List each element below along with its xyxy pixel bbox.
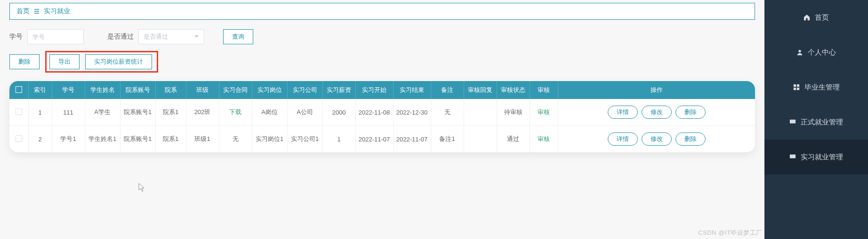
svg-rect-3 xyxy=(793,88,796,90)
cell-audit: 审核 xyxy=(530,126,558,153)
passed-select-placeholder: 是否通过 xyxy=(144,33,168,41)
sidebar-item-1[interactable]: 个人中心 xyxy=(764,35,868,70)
col-index: 索引 xyxy=(28,81,52,99)
svg-rect-4 xyxy=(796,88,799,90)
sidebar-item-label: 毕业生管理 xyxy=(804,83,840,92)
edit-button[interactable]: 修改 xyxy=(642,106,672,119)
watermark: CSDN @IT毕设梦工厂 xyxy=(698,229,763,237)
monitor-icon xyxy=(789,154,796,160)
col-contract: 实习合同 xyxy=(219,81,252,99)
chevron-down-icon xyxy=(194,33,199,41)
home-icon xyxy=(804,14,810,21)
col-op: 操作 xyxy=(558,81,755,99)
cell-salary: 1 xyxy=(322,126,355,153)
cell-salary: 2000 xyxy=(322,99,355,126)
svg-rect-6 xyxy=(790,155,796,158)
col-dept: 院系 xyxy=(155,81,186,99)
row-delete-button[interactable]: 删除 xyxy=(675,132,706,146)
cell-contract: 下载 xyxy=(219,99,252,126)
svg-point-0 xyxy=(798,50,801,52)
cell-remark: 无 xyxy=(431,99,464,126)
cell-post: A岗位 xyxy=(252,99,287,126)
select-all-checkbox[interactable] xyxy=(16,86,22,93)
cell-sname: 学生姓名1 xyxy=(85,126,120,153)
col-dept-acc: 院系账号 xyxy=(120,81,155,99)
passed-select[interactable]: 是否通过 xyxy=(138,29,204,44)
data-table: 索引 学号 学生姓名 院系账号 院系 班级 实习合同 实习岗位 实习公司 实习薪… xyxy=(9,81,755,152)
breadcrumb: 首页 实习就业 xyxy=(9,3,755,20)
user-icon xyxy=(796,49,803,56)
cell-sid: 111 xyxy=(52,99,85,126)
cell-status: 通过 xyxy=(497,126,530,153)
row-checkbox[interactable] xyxy=(16,108,22,115)
cell-class: 班级1 xyxy=(186,126,219,153)
sidebar-item-label: 实习就业管理 xyxy=(801,153,843,162)
svg-rect-1 xyxy=(793,84,796,87)
col-sname: 学生姓名 xyxy=(85,81,120,99)
col-post: 实习岗位 xyxy=(252,81,287,99)
col-reply: 审核回复 xyxy=(464,81,497,99)
sidebar-item-4[interactable]: 实习就业管理 xyxy=(764,140,868,174)
cell-op: 详情修改删除 xyxy=(558,126,755,153)
bulk-delete-button[interactable]: 删除 xyxy=(9,54,40,69)
table-row: 2学号1学生姓名1院系账号1院系1班级1无实习岗位1实习公司112022-11-… xyxy=(9,126,755,153)
cell-sid: 学号1 xyxy=(52,126,85,153)
row-checkbox[interactable] xyxy=(16,135,22,142)
cell-end: 2022-11-07 xyxy=(393,126,431,153)
sidebar-item-3[interactable]: 正式就业管理 xyxy=(764,105,868,140)
grid-icon xyxy=(793,84,800,91)
audit-link[interactable]: 审核 xyxy=(538,108,550,115)
sidebar-item-label: 正式就业管理 xyxy=(801,118,843,127)
audit-link[interactable]: 审核 xyxy=(538,135,550,142)
sidebar-item-label: 首页 xyxy=(815,13,829,22)
cell-status: 待审核 xyxy=(497,99,530,126)
search-button[interactable]: 查询 xyxy=(223,29,253,44)
breadcrumb-current: 实习就业 xyxy=(44,7,70,16)
sidebar-item-2[interactable]: 毕业生管理 xyxy=(764,70,868,105)
detail-button[interactable]: 详情 xyxy=(608,132,638,146)
cell-end: 2022-12-30 xyxy=(393,99,431,126)
cell-company: A公司 xyxy=(287,99,322,126)
cell-contract: 无 xyxy=(219,126,252,153)
row-delete-button[interactable]: 删除 xyxy=(675,106,706,119)
download-link[interactable]: 下载 xyxy=(229,108,241,115)
col-audit: 审核 xyxy=(530,81,558,99)
cell-sname: A学生 xyxy=(85,99,120,126)
svg-rect-5 xyxy=(790,120,796,124)
student-id-input[interactable] xyxy=(27,29,84,44)
edit-button[interactable]: 修改 xyxy=(642,132,672,146)
col-salary: 实习薪资 xyxy=(322,81,355,99)
col-sid: 学号 xyxy=(52,81,85,99)
sidebar: 首页个人中心毕业生管理正式就业管理实习就业管理 xyxy=(764,0,868,239)
cell-index: 2 xyxy=(28,126,52,153)
passed-label: 是否通过 xyxy=(107,33,134,41)
table-row: 1111A学生院系账号1院系1202班下载A岗位A公司20002022-11-0… xyxy=(9,99,755,126)
col-company: 实习公司 xyxy=(287,81,322,99)
cell-audit: 审核 xyxy=(530,99,558,126)
breadcrumb-sep-icon xyxy=(33,8,40,14)
col-class: 班级 xyxy=(186,81,219,99)
cell-remark: 备注1 xyxy=(431,126,464,153)
cell-company: 实习公司1 xyxy=(287,126,322,153)
sidebar-item-label: 个人中心 xyxy=(808,48,836,57)
svg-rect-2 xyxy=(796,84,799,87)
cell-reply xyxy=(464,99,497,126)
col-status: 审核状态 xyxy=(497,81,530,99)
breadcrumb-home[interactable]: 首页 xyxy=(16,7,30,16)
detail-button[interactable]: 详情 xyxy=(608,106,638,119)
col-start: 实习开始 xyxy=(355,81,393,99)
col-remark: 备注 xyxy=(431,81,464,99)
export-button[interactable]: 导出 xyxy=(49,54,80,69)
cell-start: 2022-11-07 xyxy=(355,126,393,153)
sidebar-item-0[interactable]: 首页 xyxy=(764,0,868,35)
cell-dept-acc: 院系账号1 xyxy=(120,126,155,153)
monitor-icon xyxy=(789,119,796,125)
cell-post: 实习岗位1 xyxy=(252,126,287,153)
salary-stat-button[interactable]: 实习岗位薪资统计 xyxy=(85,54,152,69)
cell-dept: 院系1 xyxy=(155,126,186,153)
table-header-row: 索引 学号 学生姓名 院系账号 院系 班级 实习合同 实习岗位 实习公司 实习薪… xyxy=(9,81,755,99)
bulk-action-bar: 删除 导出 实习岗位薪资统计 xyxy=(9,51,755,73)
student-id-label: 学号 xyxy=(9,33,23,41)
cell-op: 详情修改删除 xyxy=(558,99,755,126)
cell-start: 2022-11-08 xyxy=(355,99,393,126)
